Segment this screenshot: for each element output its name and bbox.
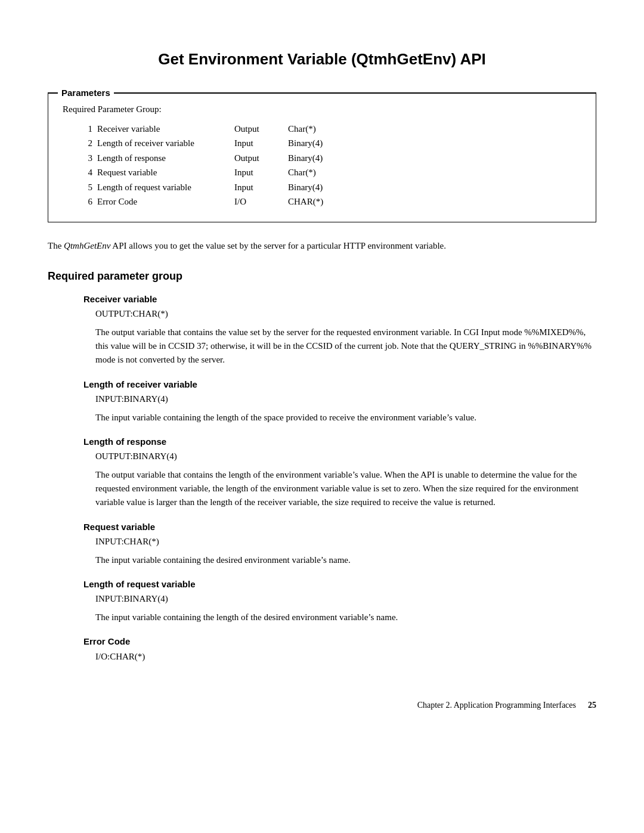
- param-name: Error Code: [97, 195, 234, 209]
- param-heading: Length of request variable: [83, 578, 596, 592]
- param-name: Request variable: [97, 166, 234, 179]
- param-io: Input: [234, 181, 288, 194]
- param-heading: Request variable: [83, 521, 596, 534]
- param-type-line: OUTPUT:CHAR(*): [95, 307, 596, 321]
- param-desc: The output variable that contains the le…: [95, 468, 596, 510]
- param-heading: Length of receiver variable: [83, 378, 596, 392]
- param-num: 6: [75, 195, 92, 209]
- footer-page: 25: [588, 699, 596, 711]
- param-name: Length of request variable: [97, 181, 234, 194]
- param-type: Char(*): [288, 166, 581, 179]
- param-section: Length of receiver variableINPUT:BINARY(…: [48, 378, 596, 425]
- param-section: Error CodeI/O:CHAR(*): [48, 635, 596, 663]
- param-row: 4 Request variable Input Char(*): [75, 166, 581, 179]
- param-io: I/O: [234, 195, 288, 209]
- param-table: 1 Receiver variable Output Char(*) 2 Len…: [75, 122, 581, 209]
- param-io: Output: [234, 122, 288, 136]
- param-desc: The output variable that contains the va…: [95, 326, 596, 367]
- param-type: Binary(4): [288, 137, 581, 150]
- param-desc: The input variable containing the length…: [95, 611, 596, 624]
- intro-text: The QtmhGetEnv API allows you to get the…: [48, 239, 596, 253]
- param-heading: Error Code: [83, 635, 596, 649]
- param-type-line: I/O:CHAR(*): [95, 650, 596, 664]
- footer: Chapter 2. Application Programming Inter…: [48, 699, 596, 711]
- required-group-heading: Required parameter group: [48, 268, 596, 284]
- param-type-line: INPUT:CHAR(*): [95, 535, 596, 549]
- param-io: Input: [234, 166, 288, 179]
- param-row: 1 Receiver variable Output Char(*): [75, 122, 581, 136]
- param-type-line: INPUT:BINARY(4): [95, 392, 596, 406]
- param-type: Binary(4): [288, 151, 581, 165]
- param-sections: Receiver variableOUTPUT:CHAR(*)The outpu…: [48, 293, 596, 663]
- param-name: Receiver variable: [97, 122, 234, 136]
- param-name: Length of response: [97, 151, 234, 165]
- param-type-line: INPUT:BINARY(4): [95, 592, 596, 606]
- param-section: Length of request variableINPUT:BINARY(4…: [48, 578, 596, 624]
- parameters-label: Parameters: [58, 86, 114, 100]
- api-name-italic: QtmhGetEnv: [64, 241, 110, 250]
- param-desc: The input variable containing the length…: [95, 411, 596, 425]
- param-row: 3 Length of response Output Binary(4): [75, 151, 581, 165]
- param-desc: The input variable containing the desire…: [95, 553, 596, 567]
- param-num: 1: [75, 122, 92, 136]
- param-type: CHAR(*): [288, 195, 581, 209]
- req-param-group-label: Required Parameter Group:: [63, 103, 581, 116]
- param-heading: Receiver variable: [83, 293, 596, 306]
- param-num: 5: [75, 181, 92, 194]
- param-row: 5 Length of request variable Input Binar…: [75, 181, 581, 194]
- param-num: 2: [75, 137, 92, 150]
- param-io: Input: [234, 137, 288, 150]
- param-type: Binary(4): [288, 181, 581, 194]
- param-type-line: OUTPUT:BINARY(4): [95, 450, 596, 463]
- param-section: Length of responseOUTPUT:BINARY(4)The ou…: [48, 435, 596, 510]
- param-section: Request variableINPUT:CHAR(*)The input v…: [48, 521, 596, 567]
- param-type: Char(*): [288, 122, 581, 136]
- param-heading: Length of response: [83, 435, 596, 449]
- param-row: 6 Error Code I/O CHAR(*): [75, 195, 581, 209]
- param-num: 3: [75, 151, 92, 165]
- param-io: Output: [234, 151, 288, 165]
- param-num: 4: [75, 166, 92, 179]
- param-row: 2 Length of receiver variable Input Bina…: [75, 137, 581, 150]
- parameters-box: Parameters Required Parameter Group: 1 R…: [48, 92, 596, 222]
- param-name: Length of receiver variable: [97, 137, 234, 150]
- param-section: Receiver variableOUTPUT:CHAR(*)The outpu…: [48, 293, 596, 367]
- footer-chapter: Chapter 2. Application Programming Inter…: [417, 699, 576, 711]
- page-title: Get Environment Variable (QtmhGetEnv) AP…: [48, 48, 596, 71]
